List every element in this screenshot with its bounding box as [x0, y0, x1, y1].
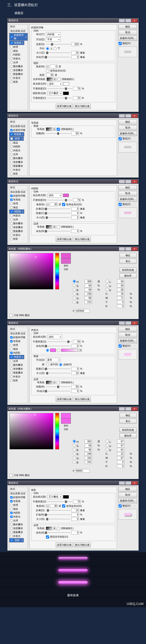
- titlebar[interactable]: 拾色器（内阴影颜色）—▢✕: [8, 247, 138, 251]
- ok-button[interactable]: 确定: [119, 253, 136, 258]
- b-input[interactable]: [85, 448, 92, 452]
- dir-up-radio[interactable]: [46, 47, 49, 50]
- style-item-inner-glow[interactable]: 内发光: [9, 214, 28, 218]
- hex-input[interactable]: [75, 309, 90, 313]
- k-input[interactable]: [117, 464, 124, 468]
- sh-opacity-slider[interactable]: [48, 97, 72, 100]
- hl-mode-select[interactable]: 滤色: [48, 82, 62, 86]
- color-lib-button[interactable]: 颜色库: [119, 274, 136, 278]
- cancel-button[interactable]: 复位: [119, 419, 136, 424]
- style-item-grad-overlay[interactable]: 渐变叠加: [9, 160, 28, 164]
- k-input[interactable]: [117, 304, 124, 308]
- style-item-inner-glow[interactable]: 内发光: [9, 355, 24, 359]
- s-radio[interactable]: [73, 284, 76, 287]
- outer-glow-checkbox[interactable]: [10, 77, 13, 79]
- style-item-contour[interactable]: 等高线: [9, 198, 28, 202]
- soften-input[interactable]: [71, 55, 79, 59]
- c-input[interactable]: [117, 452, 124, 456]
- maximize-button[interactable]: ▢: [125, 180, 131, 183]
- size-input[interactable]: [71, 517, 79, 521]
- style-item-texture[interactable]: 纹理: [9, 136, 24, 141]
- style-item-blend[interactable]: 混合选项:自定: [9, 124, 28, 128]
- noise-input[interactable]: [71, 229, 79, 233]
- altitude-input[interactable]: [46, 73, 54, 77]
- grad-overlay-checkbox[interactable]: [10, 69, 13, 72]
- reset-default-button[interactable]: 复位为默认值: [74, 397, 91, 402]
- ok-button[interactable]: 确定: [118, 24, 137, 29]
- style-item-inner-shadow[interactable]: 内阴影: [9, 53, 28, 57]
- style-item-blend[interactable]: 混合选项:自定: [9, 492, 28, 496]
- set-default-button[interactable]: 设置为默认值: [56, 397, 73, 402]
- b2-input[interactable]: [117, 448, 124, 452]
- style-item-inner-shadow[interactable]: 内阴影: [9, 210, 24, 214]
- ok-button[interactable]: 确定: [119, 413, 136, 418]
- style-item-drop-shadow[interactable]: 投影: [9, 80, 28, 84]
- gradient-radio[interactable]: [57, 349, 60, 352]
- hue-slider[interactable]: [55, 253, 59, 290]
- s-input[interactable]: [85, 444, 92, 448]
- color-overlay-checkbox[interactable]: [10, 65, 13, 68]
- contour-swatch[interactable]: [46, 381, 52, 384]
- bv-radio[interactable]: [73, 300, 76, 304]
- m-input[interactable]: [117, 456, 124, 460]
- angle-dial-icon[interactable]: ○: [46, 65, 49, 68]
- size-slider[interactable]: [46, 216, 70, 219]
- b-radio[interactable]: [73, 448, 76, 451]
- angle-dial-icon[interactable]: ○: [46, 505, 49, 508]
- distance-slider[interactable]: [46, 208, 70, 210]
- jitter-input[interactable]: [71, 389, 79, 393]
- close-button[interactable]: ✕: [132, 247, 137, 250]
- style-item-inner-glow[interactable]: 内发光: [9, 148, 28, 152]
- blend-mode-select[interactable]: 滤色: [47, 335, 62, 339]
- maximize-button[interactable]: ▢: [125, 247, 131, 250]
- opacity-input[interactable]: [73, 198, 81, 202]
- noise-slider[interactable]: [46, 345, 70, 347]
- texture-checkbox[interactable]: [10, 46, 13, 48]
- angle-dial-icon[interactable]: ○: [46, 203, 49, 206]
- web-only-checkbox[interactable]: [10, 314, 13, 317]
- bevel-style-select[interactable]: 内斜面: [46, 32, 61, 36]
- r-input[interactable]: [85, 452, 92, 456]
- anti-alias-checkbox[interactable]: [57, 381, 60, 384]
- reset-default-button[interactable]: 复位为默认值: [74, 542, 91, 547]
- style-item-pattern-overlay[interactable]: 图案叠加: [9, 371, 28, 375]
- bv-input[interactable]: [85, 460, 92, 464]
- style-item-bevel[interactable]: 斜面和浮雕: [9, 128, 28, 132]
- distance-slider[interactable]: [46, 509, 70, 512]
- b-radio[interactable]: [73, 288, 76, 291]
- style-item-texture[interactable]: 纹理: [9, 45, 28, 49]
- range-input[interactable]: [71, 132, 79, 135]
- source-center-radio[interactable]: [46, 363, 49, 366]
- style-item-color-overlay[interactable]: 颜色叠加: [9, 64, 28, 68]
- g-input[interactable]: [85, 456, 92, 460]
- set-default-button[interactable]: 设置为默认值: [56, 237, 73, 242]
- noise-input[interactable]: [71, 344, 79, 348]
- choke-slider[interactable]: [46, 212, 70, 214]
- choke-slider[interactable]: [46, 368, 70, 370]
- contour-swatch[interactable]: [46, 527, 52, 530]
- method-select[interactable]: 平滑: [46, 37, 61, 42]
- b2-input[interactable]: [117, 288, 124, 292]
- style-item-drop-shadow[interactable]: 投影: [9, 538, 24, 542]
- r-radio[interactable]: [73, 452, 76, 455]
- set-default-button[interactable]: 设置为默认值: [56, 104, 73, 108]
- gloss-dropdown-icon[interactable]: ▾: [53, 78, 56, 81]
- h-radio[interactable]: [73, 280, 76, 283]
- bevel-checkbox[interactable]: [11, 36, 13, 38]
- range-slider[interactable]: [46, 386, 70, 388]
- b2-radio[interactable]: [106, 288, 109, 291]
- titlebar[interactable]: 图层样式—▢✕: [8, 481, 138, 485]
- sh-mode-select[interactable]: 正片叠底: [47, 91, 62, 96]
- shadow-color-swatch[interactable]: [63, 495, 69, 498]
- minimize-button[interactable]: —: [119, 481, 125, 485]
- angle-input[interactable]: [50, 203, 58, 206]
- color-field[interactable]: [10, 253, 53, 290]
- new-style-button[interactable]: 新建样式(W)...: [118, 197, 137, 202]
- shadow-color-swatch[interactable]: [63, 194, 69, 197]
- style-item-grad-overlay[interactable]: 渐变叠加: [9, 68, 28, 72]
- size-input[interactable]: [71, 51, 79, 54]
- noise-slider[interactable]: [46, 230, 70, 232]
- anti-alias-checkbox[interactable]: [57, 78, 61, 81]
- r-input[interactable]: [85, 292, 92, 296]
- s-input[interactable]: [85, 284, 92, 288]
